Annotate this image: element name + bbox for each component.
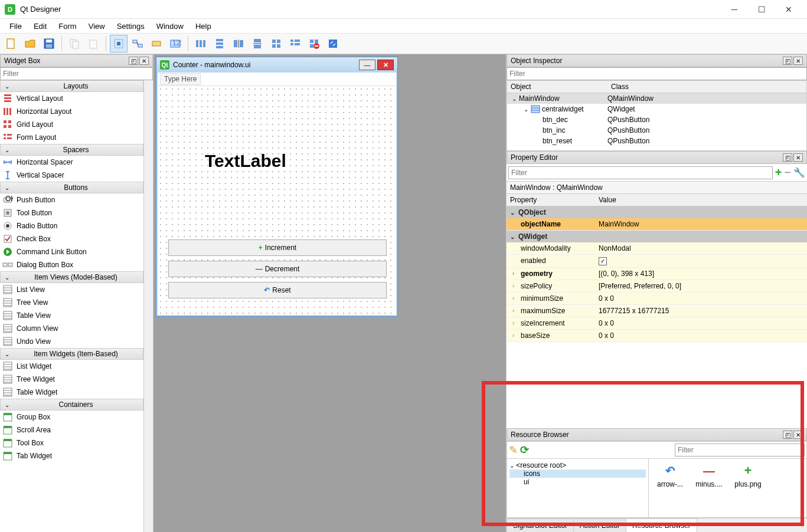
dock-float-icon[interactable]: ◰ [129, 57, 138, 65]
widget-item[interactable]: Radio Button [0, 219, 143, 232]
layout-vsplit-icon[interactable] [249, 35, 266, 52]
widget-item[interactable]: Table View [0, 309, 143, 322]
scrollbar[interactable] [143, 80, 153, 532]
widget-item[interactable]: Tool Button [0, 206, 143, 219]
layout-horizontal-icon[interactable] [192, 35, 210, 52]
widget-item[interactable]: Dialog Button Box [0, 258, 143, 271]
layout-grid-icon[interactable] [267, 35, 285, 52]
widget-item[interactable]: Check Box [0, 232, 143, 245]
open-file-icon[interactable] [21, 35, 39, 52]
category-header[interactable]: ⌄Containers [0, 399, 143, 411]
property-row[interactable]: ›minimumSize0 x 0 [507, 293, 807, 305]
column-header[interactable]: Object [507, 81, 607, 93]
object-row[interactable]: btn_decQPushButton [507, 114, 806, 125]
tab-action-editor[interactable]: Action Editor [573, 518, 626, 532]
property-row[interactable]: enabled✓ [507, 255, 807, 268]
column-header[interactable]: Value [595, 194, 620, 206]
layout-form-icon[interactable] [286, 35, 304, 52]
object-row[interactable]: ⌄MainWindowQMainWindow [507, 93, 806, 104]
form-minimize-icon[interactable]: — [359, 60, 375, 70]
resource-icon-view[interactable]: ↶arrow-...—minus....+plus.png [649, 459, 806, 517]
reset-button[interactable]: ↶Reset [168, 282, 387, 298]
dock-close-icon[interactable]: ✕ [793, 57, 803, 65]
widget-item[interactable]: Horizontal Spacer [0, 156, 143, 169]
property-list[interactable]: ⌄QObjectobjectNameMainWindow⌄QWidgetwind… [507, 206, 807, 428]
menu-window[interactable]: Window [151, 19, 190, 33]
widget-box-filter[interactable] [0, 67, 153, 80]
minimize-button[interactable]: ─ [721, 0, 748, 19]
tree-item-icons[interactable]: icons [509, 469, 646, 478]
dock-float-icon[interactable]: ◰ [783, 57, 792, 65]
widget-item[interactable]: Grid Layout [0, 118, 143, 131]
category-header[interactable]: ⌄Item Views (Model-Based) [0, 271, 143, 283]
layout-hsplit-icon[interactable] [230, 35, 247, 52]
widget-item[interactable]: Tab Widget [0, 449, 143, 462]
property-row[interactable]: ›sizePolicy[Preferred, Preferred, 0, 0] [507, 280, 807, 293]
tree-root[interactable]: ⌄ <resource root> [509, 461, 646, 469]
property-row[interactable]: windowModalityNonModal [507, 242, 807, 255]
column-header[interactable]: Property [507, 194, 595, 206]
new-file-icon[interactable] [2, 35, 20, 52]
paste-icon[interactable] [84, 35, 102, 52]
widget-item[interactable]: Group Box [0, 411, 143, 423]
widget-item[interactable]: Vertical Layout [0, 92, 143, 105]
form-window[interactable]: Qt Counter - mainwindow.ui — ✕ Type Here… [156, 57, 398, 317]
design-canvas[interactable]: Qt Counter - mainwindow.ui — ✕ Type Here… [153, 54, 506, 532]
break-layout-icon[interactable] [305, 35, 323, 52]
widget-item[interactable]: Vertical Spacer [0, 169, 143, 182]
layout-vertical-icon[interactable] [211, 35, 228, 52]
resource-icon[interactable]: —minus.... [692, 464, 726, 488]
column-header[interactable]: Class [607, 81, 632, 93]
object-inspector-filter[interactable] [507, 67, 807, 80]
widget-item[interactable]: Command Link Button [0, 245, 143, 258]
edit-signals-icon[interactable] [129, 35, 146, 52]
property-row[interactable]: ›geometry[(0, 0), 398 x 413] [507, 268, 807, 280]
remove-property-icon[interactable]: − [784, 166, 791, 179]
dock-close-icon[interactable]: ✕ [139, 57, 149, 65]
dock-float-icon[interactable]: ◰ [783, 153, 792, 162]
tab-resource-browser[interactable]: Resource Browser [626, 518, 697, 532]
object-row[interactable]: btn_resetQPushButton [507, 136, 806, 146]
menu-form[interactable]: Form [53, 19, 82, 33]
widget-item[interactable]: Form Layout [0, 131, 143, 144]
dock-close-icon[interactable]: ✕ [793, 153, 803, 162]
reload-icon[interactable]: ⟳ [520, 444, 529, 457]
dock-close-icon[interactable]: ✕ [793, 431, 803, 439]
property-editor-filter[interactable] [508, 166, 773, 179]
widget-item[interactable]: Tree View [0, 296, 143, 309]
widget-item[interactable]: Undo View [0, 335, 143, 348]
close-button[interactable]: ✕ [775, 0, 802, 19]
widget-item[interactable]: List View [0, 283, 143, 296]
decrement-button[interactable]: —Decrement [168, 261, 387, 277]
category-header[interactable]: ⌄Item Widgets (Item-Based) [0, 348, 143, 360]
form-text-label[interactable]: TextLabel [205, 151, 286, 171]
widget-item[interactable]: Table Widget [0, 386, 143, 399]
edit-buddies-icon[interactable] [148, 35, 165, 52]
save-file-icon[interactable] [40, 35, 58, 52]
property-row[interactable]: ›sizeIncrement0 x 0 [507, 317, 807, 330]
category-header[interactable]: ⌄Layouts [0, 80, 143, 92]
menu-edit[interactable]: Edit [28, 19, 53, 33]
widget-item[interactable]: Column View [0, 322, 143, 335]
form-menubar[interactable]: Type Here [156, 73, 397, 86]
property-row[interactable]: ›baseSize0 x 0 [507, 330, 807, 342]
menu-help[interactable]: Help [190, 19, 217, 33]
edit-tab-order-icon[interactable]: 123 [166, 35, 184, 52]
maximize-button[interactable]: ☐ [748, 0, 775, 19]
resource-tree[interactable]: ⌄ <resource root> icons ui [507, 459, 649, 517]
property-row[interactable]: objectNameMainWindow [507, 218, 807, 231]
object-inspector-tree[interactable]: ObjectClass ⌄MainWindowQMainWindow⌄centr… [507, 80, 807, 151]
widget-item[interactable]: Tool Box [0, 436, 143, 449]
widget-item[interactable]: OKPush Button [0, 193, 143, 206]
object-row[interactable]: ⌄centralwidgetQWidget [507, 104, 806, 114]
resource-filter[interactable] [675, 444, 805, 457]
form-canvas[interactable]: TextLabel +Increment —Decrement ↶Reset [156, 86, 397, 316]
object-row[interactable]: btn_incQPushButton [507, 125, 806, 136]
menu-view[interactable]: View [83, 19, 111, 33]
increment-button[interactable]: +Increment [168, 239, 387, 256]
property-group[interactable]: ⌄QObject [507, 206, 807, 218]
form-close-icon[interactable]: ✕ [377, 60, 394, 70]
dock-float-icon[interactable]: ◰ [783, 431, 792, 439]
menu-settings[interactable]: Settings [111, 19, 151, 33]
widget-item[interactable]: Tree Widget [0, 373, 143, 386]
